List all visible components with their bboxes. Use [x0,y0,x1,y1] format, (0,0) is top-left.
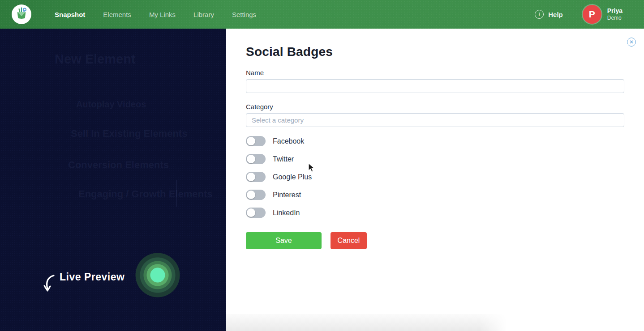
pinterest-toggle[interactable] [246,190,266,200]
toggle-row-google-plus: Google Plus [246,172,624,182]
help-label: Help [548,11,563,18]
toggle-knob [247,137,255,145]
name-input[interactable] [246,79,624,93]
cancel-button[interactable]: Cancel [331,232,367,249]
dimmed-background-pane: New Element Autoplay Videos Sell In Exis… [0,29,226,331]
social-toggles-list: Facebook Twitter Google Plus Pinterest L… [246,136,624,218]
close-icon[interactable]: ✕ [627,38,636,47]
avatar-initial: P [589,9,595,20]
user-last-name: Demo [607,15,623,21]
nav-item-library[interactable]: Library [193,11,214,18]
nav-item-my-links[interactable]: My Links [149,11,176,18]
ghost-line: Sell In Existing Elements [71,128,187,140]
toggle-row-pinterest: Pinterest [246,190,624,200]
name-field-label: Name [246,69,624,76]
user-first-name: Priya [607,7,623,15]
bottom-sheet-edge [226,314,507,331]
toolbox-logo-icon [14,6,29,23]
top-navbar: Snapshot Elements My Links Library Setti… [0,0,644,29]
google-plus-toggle[interactable] [246,172,266,182]
ghost-tab-divider [176,180,177,207]
toggle-knob [247,191,255,199]
ghost-page-title: New Element [55,52,136,67]
nav-item-settings[interactable]: Settings [232,11,256,18]
user-name-block: Priya Demo [607,7,623,22]
live-preview-glow-button[interactable] [135,253,180,297]
linkedin-toggle[interactable] [246,208,266,218]
facebook-toggle-label: Facebook [273,137,304,145]
twitter-toggle[interactable] [246,154,266,164]
info-icon: i [535,10,544,19]
pinterest-toggle-label: Pinterest [273,191,301,199]
toggle-row-facebook: Facebook [246,136,624,146]
ghost-tab-label: Engaging / Growth Elements [78,188,212,200]
toggle-knob [247,208,255,217]
toggle-knob [247,173,255,181]
nav-item-snapshot[interactable]: Snapshot [55,11,85,18]
linkedin-toggle-label: LinkedIn [273,209,300,217]
ghost-line: Conversion Elements [68,159,169,171]
category-field-label: Category [246,103,624,110]
category-select-input[interactable] [246,113,624,127]
live-preview-label: Live Preview [60,271,125,283]
form-actions: Save Cancel [246,232,624,249]
facebook-toggle[interactable] [246,136,266,146]
user-avatar[interactable]: P [583,5,601,24]
twitter-toggle-label: Twitter [273,155,294,163]
curved-arrow-icon [42,274,56,296]
app-logo[interactable] [12,4,31,24]
save-button[interactable]: Save [246,232,322,249]
toggle-row-twitter: Twitter [246,154,624,164]
social-badges-panel: ✕ Social Badges Name Category Facebook T… [226,29,644,331]
help-button[interactable]: i Help [535,10,563,19]
navbar-right: i Help P Priya Demo [535,5,623,24]
google-plus-toggle-label: Google Plus [273,173,312,181]
main-nav: Snapshot Elements My Links Library Setti… [55,11,256,18]
toggle-row-linkedin: LinkedIn [246,208,624,218]
nav-item-elements[interactable]: Elements [103,11,131,18]
ghost-line: Autoplay Videos [76,99,146,110]
panel-title: Social Badges [246,45,624,59]
toggle-knob [247,155,255,163]
mouse-cursor-icon [308,163,316,174]
